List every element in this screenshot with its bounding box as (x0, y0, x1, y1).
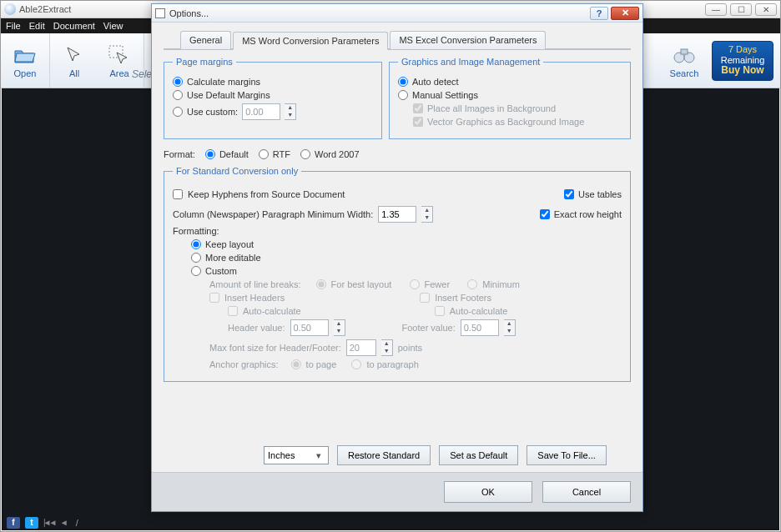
anchor-page-label: to page (306, 359, 337, 369)
auto-detect-radio[interactable] (398, 77, 408, 87)
maximize-button[interactable]: ☐ (730, 3, 752, 16)
cancel-button[interactable]: Cancel (542, 481, 631, 503)
auto-calc-footer-checkbox[interactable] (435, 306, 445, 316)
vector-bg-label: Vector Graphics as Background Image (427, 117, 584, 127)
footer-value-spinner[interactable]: ▲▼ (504, 319, 516, 336)
folder-open-icon (13, 43, 38, 67)
custom-formatting-label: Custom (205, 266, 237, 276)
header-value-spinner[interactable]: ▲▼ (334, 319, 345, 336)
keep-layout-radio[interactable] (191, 239, 201, 249)
save-to-file-button[interactable]: Save To File... (527, 445, 607, 465)
formatting-label: Formatting: (173, 226, 219, 236)
use-tables-checkbox[interactable] (564, 189, 574, 199)
format-rtf-radio[interactable] (259, 149, 269, 159)
format-word2007-radio[interactable] (300, 149, 310, 159)
header-value-input[interactable] (290, 319, 329, 336)
vector-bg-checkbox[interactable] (413, 117, 423, 127)
std-legend: For Standard Conversion only (173, 166, 301, 176)
page-margins-group: Page margins Calculate margins Use Defau… (164, 57, 382, 139)
set-default-button[interactable]: Set as Default (439, 445, 518, 465)
place-bg-label: Place all Images in Background (427, 103, 556, 113)
buy-now-button[interactable]: 7 Days Remaining Buy Now (712, 41, 773, 81)
footer-value-input[interactable] (461, 319, 499, 336)
auto-calc-header-label: Auto-calculate (243, 306, 301, 316)
default-margins-radio[interactable] (173, 90, 183, 100)
area-label: Area (109, 68, 128, 78)
col-min-width-spinner[interactable]: ▲▼ (421, 206, 433, 223)
col-min-width-input[interactable] (378, 206, 416, 223)
more-editable-radio[interactable] (191, 253, 201, 263)
points-label: points (398, 343, 422, 353)
menu-document[interactable]: Document (53, 21, 95, 31)
format-default-label: Default (219, 149, 249, 159)
max-font-input[interactable] (346, 339, 376, 356)
custom-margin-input[interactable] (242, 103, 280, 120)
lb-min-label: Minimum (482, 279, 520, 289)
calculate-margins-label: Calculate margins (187, 77, 260, 87)
restore-standard-button[interactable]: Restore Standard (337, 445, 431, 465)
gim-legend: Graphics and Image Management (398, 57, 543, 67)
manual-settings-label: Manual Settings (412, 90, 478, 100)
default-margins-label: Use Default Margins (187, 90, 270, 100)
format-default-radio[interactable] (205, 149, 215, 159)
auto-calc-footer-label: Auto-calculate (450, 306, 508, 316)
dialog-close-button[interactable]: ✕ (611, 7, 639, 20)
exact-row-checkbox[interactable] (540, 209, 550, 219)
auto-calc-header-checkbox[interactable] (228, 306, 238, 316)
max-font-spinner[interactable]: ▲▼ (381, 339, 393, 356)
first-page-button[interactable]: |◄◄ (43, 518, 55, 527)
auto-detect-label: Auto detect (412, 77, 459, 87)
minimize-button[interactable]: — (705, 3, 727, 16)
dialog-titlebar[interactable]: Options... ? ✕ (152, 4, 642, 23)
place-bg-checkbox[interactable] (413, 103, 423, 113)
menu-file[interactable]: File (6, 21, 21, 31)
tab-general[interactable]: General (180, 31, 231, 49)
menu-edit[interactable]: Edit (29, 21, 45, 31)
tab-word[interactable]: MS Word Conversion Parameters (233, 32, 388, 50)
insert-footers-label: Insert Footers (435, 293, 491, 303)
keep-layout-label: Keep layout (205, 239, 254, 249)
options-dialog: Options... ? ✕ General MS Word Conversio… (151, 3, 643, 512)
page-margins-legend: Page margins (173, 57, 236, 67)
lb-min-radio[interactable] (467, 279, 477, 289)
dialog-help-button[interactable]: ? (590, 7, 608, 20)
line-breaks-label: Amount of line breaks: (209, 279, 300, 289)
calculate-margins-radio[interactable] (173, 77, 183, 87)
tab-excel[interactable]: MS Excel Conversion Parameters (390, 31, 546, 49)
lb-best-radio[interactable] (316, 279, 326, 289)
keep-hyphens-checkbox[interactable] (173, 189, 183, 199)
statusbar: f t |◄◄ ◄ / (2, 514, 779, 530)
svg-rect-3 (681, 49, 688, 54)
anchor-page-radio[interactable] (291, 359, 301, 369)
exact-row-label: Exact row height (554, 209, 622, 219)
custom-margin-spinner[interactable]: ▲▼ (285, 103, 296, 120)
close-button[interactable]: ✕ (755, 3, 777, 16)
insert-headers-label: Insert Headers (224, 293, 285, 303)
standard-conversion-group: For Standard Conversion only Keep Hyphen… (164, 166, 631, 382)
anchor-paragraph-radio[interactable] (351, 359, 361, 369)
ok-button[interactable]: OK (444, 481, 532, 503)
format-rtf-label: RTF (273, 149, 290, 159)
anchor-paragraph-label: to paragraph (366, 359, 418, 369)
all-label: All (69, 68, 79, 78)
select-all-button[interactable]: All (55, 43, 93, 78)
anchor-label: Anchor graphics: (209, 359, 279, 369)
prev-page-button[interactable]: ◄ (60, 518, 66, 527)
header-value-label: Header value: (228, 323, 285, 333)
lb-fewer-radio[interactable] (410, 279, 420, 289)
search-button[interactable]: Search (665, 43, 703, 78)
app-title: Able2Extract (19, 4, 71, 14)
menu-view[interactable]: View (103, 21, 123, 31)
insert-headers-checkbox[interactable] (209, 293, 219, 303)
custom-formatting-radio[interactable] (191, 266, 201, 276)
facebook-icon[interactable]: f (7, 517, 20, 529)
manual-settings-radio[interactable] (398, 90, 408, 100)
open-button[interactable]: Open (6, 43, 44, 78)
twitter-icon[interactable]: t (25, 517, 38, 529)
insert-footers-checkbox[interactable] (420, 293, 430, 303)
custom-margins-radio[interactable] (173, 107, 183, 117)
footer-value-label: Footer value: (402, 323, 456, 333)
format-label: Format: (164, 149, 195, 159)
units-select[interactable]: Inches ▾ (264, 446, 329, 464)
max-font-label: Max font size for Header/Footer: (209, 343, 341, 353)
